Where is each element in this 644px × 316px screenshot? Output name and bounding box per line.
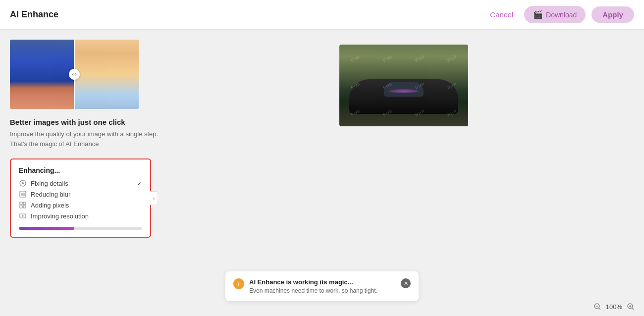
- watermark-3: Pixlr: [399, 45, 441, 78]
- svg-point-1: [22, 182, 24, 184]
- step-improving-resolution: Improving resolution: [19, 212, 142, 220]
- car-body: [349, 79, 458, 114]
- page-title: AI Enhance: [10, 9, 58, 20]
- step-fixing-details: Fixing details ✓: [19, 179, 142, 187]
- zoom-out-button[interactable]: [592, 301, 603, 312]
- zoom-in-icon: [627, 303, 635, 311]
- svg-rect-6: [20, 202, 22, 205]
- car-image: Pixlr Pixlr Pixlr Pixlr Pixlr Pixlr Pixl…: [339, 45, 468, 126]
- watermark-4: Pixlr: [431, 45, 468, 78]
- adding-pixels-icon: [19, 201, 27, 209]
- svg-rect-9: [23, 206, 26, 208]
- description-title: Better images with just one click: [10, 118, 163, 126]
- description-text: Improve the quality of your image with a…: [10, 129, 163, 149]
- enhancing-title: Enhancing...: [19, 166, 142, 174]
- watermark-1: Pixlr: [339, 45, 376, 78]
- app-header: AI Enhance Cancel 🎬 Download Apply: [0, 0, 644, 30]
- collapse-arrow[interactable]: ‹: [150, 191, 158, 205]
- zoom-controls: 100%: [592, 301, 636, 312]
- progress-bar-fill: [19, 227, 74, 230]
- cancel-button[interactable]: Cancel: [485, 7, 518, 22]
- notification-title: AI Enhance is working its magic...: [249, 278, 396, 286]
- progress-bar-track: [19, 227, 142, 230]
- apply-button[interactable]: Apply: [591, 6, 634, 23]
- svg-rect-8: [20, 206, 22, 208]
- notification-icon: i: [233, 278, 244, 289]
- header-actions: Cancel 🎬 Download Apply: [485, 6, 634, 23]
- step-adding-pixels-label: Adding pixels: [31, 202, 69, 209]
- step-list: Fixing details ✓ Reducing blur: [19, 179, 142, 220]
- enhancing-box: Enhancing... Fixing details ✓: [10, 158, 151, 238]
- svg-line-14: [599, 308, 600, 310]
- zoom-out-icon: [593, 303, 601, 311]
- step-fixing-details-label: Fixing details: [31, 180, 68, 187]
- film-icon: 🎬: [533, 10, 543, 19]
- zoom-level: 100%: [606, 303, 622, 311]
- step-reducing-blur-label: Reducing blur: [31, 191, 70, 198]
- improving-resolution-icon: [19, 212, 27, 220]
- car-image-container: Pixlr Pixlr Pixlr Pixlr Pixlr Pixlr Pixl…: [339, 45, 468, 126]
- svg-rect-7: [23, 202, 26, 205]
- preview-image: ⇔: [10, 40, 139, 109]
- notification-close-button[interactable]: ✕: [401, 278, 411, 288]
- zoom-in-button[interactable]: [625, 301, 636, 312]
- step-reducing-blur: Reducing blur: [19, 190, 142, 198]
- fixing-details-icon: [19, 179, 27, 187]
- preview-before: [10, 40, 74, 109]
- watermark-2: Pixlr: [367, 45, 409, 78]
- notification-content: AI Enhance is working its magic... Even …: [249, 278, 396, 294]
- download-button[interactable]: 🎬 Download: [524, 6, 586, 23]
- step-adding-pixels: Adding pixels: [19, 201, 142, 209]
- svg-line-17: [632, 308, 634, 310]
- preview-after: [74, 40, 139, 109]
- step-done-check: ✓: [137, 180, 142, 187]
- notification-subtitle: Even machines need time to work, so hang…: [249, 287, 396, 294]
- car-highlight: [389, 89, 419, 93]
- step-improving-resolution-label: Improving resolution: [31, 212, 89, 220]
- left-panel: ⇔ Better images with just one click Impr…: [10, 40, 163, 306]
- reducing-blur-icon: [19, 190, 27, 198]
- split-handle[interactable]: ⇔: [69, 69, 80, 80]
- main-image-area: Pixlr Pixlr Pixlr Pixlr Pixlr Pixlr Pixl…: [173, 40, 634, 306]
- notification-bar: i AI Enhance is working its magic... Eve…: [225, 271, 419, 301]
